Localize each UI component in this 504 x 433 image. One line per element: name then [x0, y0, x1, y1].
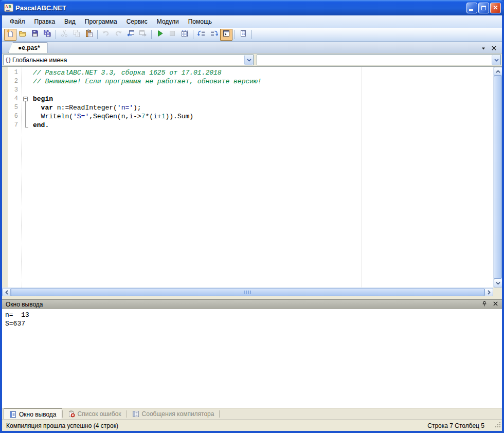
vertical-scrollbar[interactable]	[493, 67, 502, 287]
code-text[interactable]: end.	[30, 121, 49, 130]
scope-combobox-dropdown[interactable]	[244, 55, 253, 65]
scroll-left-button[interactable]	[2, 288, 11, 297]
fold-collapse-icon[interactable]: −	[23, 97, 28, 101]
chevron-up-icon	[496, 70, 500, 73]
messages-list-icon	[132, 410, 139, 418]
line-number: 7	[2, 121, 22, 130]
code-text[interactable]	[30, 86, 33, 95]
output-window-icon	[222, 29, 230, 40]
chevron-down-icon	[247, 59, 251, 62]
scroll-up-button[interactable]	[494, 67, 502, 76]
cut-button	[58, 29, 70, 41]
chevron-down-icon	[494, 59, 499, 62]
caret-position: Строка 7 Столбец 5	[427, 422, 484, 429]
line-number: 1	[2, 68, 22, 77]
goto-next-button[interactable]	[208, 29, 220, 41]
svg-text:net: net	[6, 8, 11, 12]
output-console[interactable]: n= 13S=637	[2, 309, 502, 408]
values-grid-icon	[181, 29, 189, 40]
output-list-icon	[9, 411, 16, 418]
save-button[interactable]	[29, 29, 41, 41]
close-button[interactable]: ✕	[490, 3, 501, 13]
line-number: 4	[2, 95, 22, 103]
code-text[interactable]: // Внимание! Если программа не работает,…	[30, 77, 262, 86]
horizontal-scrollbar[interactable]	[2, 287, 493, 296]
run-button[interactable]	[154, 29, 166, 41]
redo-icon	[114, 29, 122, 40]
menu-item-7[interactable]: Помощь	[184, 16, 217, 27]
save-all-button[interactable]	[41, 29, 53, 41]
window-prev-icon	[127, 29, 135, 40]
vertical-scroll-thumb[interactable]	[494, 76, 502, 279]
save-icon	[31, 29, 39, 40]
menu-item-1[interactable]: Файл	[5, 16, 30, 27]
bottom-tab-bar: Окно выводаСписок ошибокСообщения компил…	[2, 408, 502, 420]
toolbar-separator	[193, 30, 193, 39]
values-grid-button[interactable]	[178, 29, 191, 41]
minimize-button[interactable]	[466, 3, 477, 13]
close-tab-icon	[491, 45, 497, 51]
scroll-down-button[interactable]	[494, 279, 502, 287]
menu-item-4[interactable]: Программа	[80, 16, 122, 27]
fold-column	[22, 86, 30, 95]
cut-icon	[60, 29, 68, 40]
close-panel-button[interactable]	[493, 301, 498, 308]
code-line: 7end.	[2, 121, 493, 130]
close-tab-button[interactable]	[491, 45, 497, 51]
chevron-left-icon	[5, 290, 8, 295]
open-file-button[interactable]	[16, 29, 29, 41]
code-text[interactable]: begin	[30, 95, 53, 103]
pin-panel-button[interactable]	[481, 301, 488, 309]
fold-column	[22, 68, 30, 77]
status-message: Компиляция прошла успешно (4 строк)	[6, 422, 118, 429]
bottom-tab-1[interactable]: Окно вывода	[4, 408, 62, 420]
chevron-down-icon	[496, 282, 500, 285]
goto-prev-icon	[197, 29, 206, 40]
code-line: 4−begin	[2, 95, 493, 103]
title-bar[interactable]: A B net PascalABC.NET ✕	[0, 0, 504, 15]
window-prev-button[interactable]	[124, 29, 137, 41]
window-next-icon	[139, 29, 147, 40]
member-combobox[interactable]	[257, 55, 501, 65]
code-text[interactable]: // PascalABC.NET 3.3, сборка 1625 от 17.…	[30, 68, 222, 77]
resize-grip[interactable]	[494, 421, 501, 430]
member-combobox-dropdown[interactable]	[492, 55, 500, 65]
code-text[interactable]: var n:=ReadInteger('n=');	[30, 103, 141, 112]
code-editor-surface[interactable]: 1// PascalABC.NET 3.3, сборка 1625 от 17…	[2, 67, 493, 287]
document-tab[interactable]: ●e.pas*	[8, 42, 48, 53]
new-file-button[interactable]	[4, 29, 16, 41]
close-icon	[493, 301, 498, 306]
horizontal-scroll-thumb[interactable]	[11, 288, 484, 296]
compiler-messages-button[interactable]	[237, 29, 249, 41]
error-list-icon	[68, 410, 75, 418]
code-lines: 1// PascalABC.NET 3.3, сборка 1625 от 17…	[2, 68, 493, 130]
menu-item-6[interactable]: Модули	[152, 16, 184, 27]
minimize-icon	[469, 9, 473, 11]
bottom-tab-3[interactable]: Сообщения компилятора	[127, 408, 220, 420]
bottom-tab-label: Список ошибок	[78, 410, 121, 418]
bottom-tab-label: Сообщения компилятора	[142, 410, 214, 418]
app-window: A B net PascalABC.NET ✕ ФайлПравкаВидПро…	[0, 0, 504, 433]
tab-list-dropdown-button[interactable]	[481, 46, 486, 51]
menu-item-5[interactable]: Сервис	[122, 16, 152, 27]
stop-button	[166, 29, 178, 41]
copy-icon	[73, 29, 81, 40]
bottom-tab-label: Окно вывода	[19, 411, 57, 418]
goto-prev-button[interactable]	[195, 29, 208, 41]
bottom-tab-2[interactable]: Список ошибок	[63, 408, 127, 420]
code-navigator: {} Глобальные имена	[2, 53, 502, 66]
menu-item-3[interactable]: Вид	[60, 16, 80, 27]
code-text[interactable]: Writeln('S=',SeqGen(n,i->7*(i+1)).Sum)	[30, 112, 193, 121]
menu-item-2[interactable]: Правка	[30, 16, 60, 27]
toolbar-separator	[151, 30, 152, 39]
paste-button[interactable]	[83, 29, 95, 41]
output-window-button[interactable]	[220, 29, 232, 41]
scope-combobox[interactable]: {} Глобальные имена	[3, 55, 254, 65]
maximize-button[interactable]	[478, 3, 489, 13]
app-logo-icon: A B net	[4, 4, 13, 12]
window-body: ФайлПравкаВидПрограммаСервисМодулиПомощь…	[2, 15, 502, 431]
line-number: 5	[2, 103, 22, 112]
scroll-right-button[interactable]	[484, 288, 493, 297]
fold-column[interactable]: −	[22, 95, 30, 103]
compiler-messages-icon	[239, 29, 247, 40]
